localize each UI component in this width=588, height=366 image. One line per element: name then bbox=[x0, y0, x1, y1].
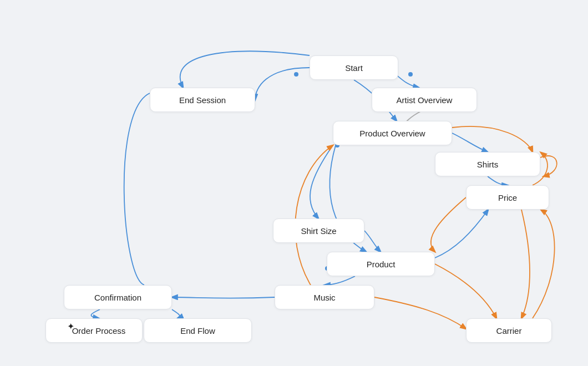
node-shirt-size-label: Shirt Size bbox=[301, 226, 336, 236]
node-carrier-label: Carrier bbox=[496, 326, 522, 336]
node-end-flow[interactable]: End Flow bbox=[144, 318, 252, 343]
node-product[interactable]: Product bbox=[327, 252, 435, 276]
node-shirts-label: Shirts bbox=[477, 160, 498, 169]
node-start[interactable]: Start bbox=[310, 55, 398, 80]
node-product-label: Product bbox=[367, 260, 396, 269]
order-process-icon: ✦ bbox=[67, 321, 74, 332]
node-artist-overview[interactable]: Artist Overview bbox=[372, 88, 477, 112]
node-product-overview[interactable]: Product Overview bbox=[333, 121, 452, 145]
node-shirts[interactable]: Shirts bbox=[435, 152, 540, 176]
node-product-overview-label: Product Overview bbox=[359, 129, 425, 138]
node-end-session[interactable]: End Session bbox=[150, 88, 255, 112]
node-end-flow-label: End Flow bbox=[180, 326, 215, 336]
node-price[interactable]: Price bbox=[466, 185, 549, 210]
flow-canvas: Start End Session Artist Overview Produc… bbox=[0, 0, 588, 366]
svg-point-1 bbox=[408, 72, 413, 77]
node-confirmation-label: Confirmation bbox=[94, 293, 141, 302]
node-music[interactable]: Music bbox=[275, 285, 374, 309]
node-shirt-size[interactable]: Shirt Size bbox=[273, 218, 364, 243]
node-music-label: Music bbox=[313, 293, 335, 302]
svg-point-0 bbox=[294, 72, 298, 77]
node-order-process[interactable]: ✦ Order Process bbox=[45, 318, 143, 343]
node-artist-overview-label: Artist Overview bbox=[397, 95, 453, 105]
node-carrier[interactable]: Carrier bbox=[466, 318, 552, 343]
node-confirmation[interactable]: Confirmation bbox=[64, 285, 172, 309]
node-end-session-label: End Session bbox=[179, 95, 226, 105]
arrows-svg bbox=[0, 0, 588, 366]
node-start-label: Start bbox=[345, 63, 363, 73]
node-price-label: Price bbox=[498, 193, 517, 202]
node-order-process-label: Order Process bbox=[72, 326, 126, 336]
